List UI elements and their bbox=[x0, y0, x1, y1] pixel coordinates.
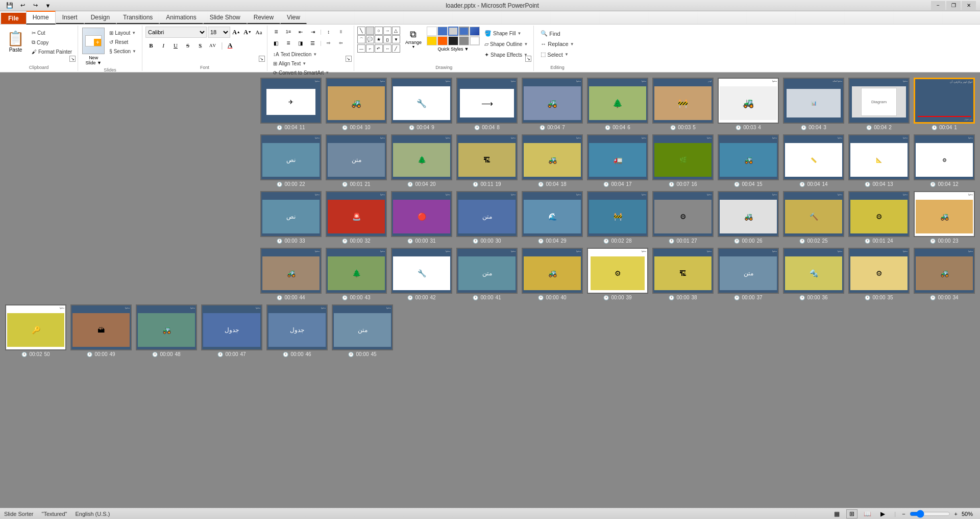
slide-thumb-21[interactable]: محتوا متن 🕐 00:01 21 bbox=[326, 134, 387, 187]
style-item-10[interactable] bbox=[470, 36, 480, 45]
line-spacing-button[interactable]: ↕ bbox=[323, 27, 334, 37]
slide-thumb-36[interactable]: محتوا 🔩 🕐 00:00 36 bbox=[783, 248, 844, 300]
tab-home[interactable]: Home bbox=[26, 11, 56, 25]
shape-callout[interactable]: 💬 bbox=[366, 35, 374, 43]
style-item-9[interactable] bbox=[459, 36, 469, 45]
slide-thumb-39[interactable]: محتوا ⚙ 🕐 00:00 39 bbox=[587, 248, 648, 300]
slide-thumb-43[interactable]: محتوا 🌲 🕐 00:00 43 bbox=[326, 248, 387, 300]
reset-button[interactable]: ↺ Reset bbox=[107, 38, 139, 46]
font-color-button[interactable]: A bbox=[225, 40, 235, 51]
shape-outline-button[interactable]: ▱ Shape Outline ▼ bbox=[482, 39, 530, 49]
shape-line[interactable]: ╲ bbox=[357, 27, 365, 35]
shape-rect[interactable] bbox=[366, 27, 374, 35]
slide-thumb-28[interactable]: محتوا 🚧 🕐 00:02 28 bbox=[587, 191, 648, 244]
slide-thumb-5[interactable]: لودر 🚧 🕐 00:03 5 bbox=[652, 78, 714, 130]
shadow-button[interactable]: S bbox=[194, 40, 206, 51]
format-painter-button[interactable]: 🖌 Format Painter bbox=[29, 48, 75, 56]
slide-thumb-3[interactable]: محتوا اسلاید 📊 🕐 00:04 3 bbox=[783, 78, 844, 130]
style-item-7[interactable] bbox=[437, 36, 448, 45]
convert-smartart-button[interactable]: ⟳ Convert to SmartArt ▼ bbox=[271, 68, 332, 77]
justify-button[interactable]: ☰ bbox=[307, 38, 318, 48]
style-item-5[interactable] bbox=[470, 27, 480, 36]
slide-thumb-8[interactable]: محتوا ⟶ 🕐 00:04 8 bbox=[456, 78, 518, 130]
slide-thumb-23[interactable]: محتوا 🚜 🕐 00:00 23 bbox=[914, 191, 975, 244]
copy-button[interactable]: ⧉ Copy bbox=[29, 38, 75, 47]
slide-thumb-6[interactable]: محتوا 🌲 🕐 00:04 6 bbox=[587, 78, 648, 130]
shape-curve[interactable]: ⌒ bbox=[357, 35, 365, 43]
tab-slideshow[interactable]: Slide Show bbox=[203, 11, 247, 24]
shape-line2[interactable]: ╱ bbox=[392, 44, 400, 53]
zoom-slider[interactable] bbox=[910, 510, 950, 517]
align-right-button[interactable]: ◨ bbox=[295, 38, 306, 48]
slide-thumb-49[interactable]: محتوا 🏔 🕐 00:00 49 bbox=[70, 304, 132, 357]
zoom-minus-button[interactable]: − bbox=[902, 511, 905, 517]
tab-review[interactable]: Review bbox=[247, 11, 280, 24]
columns-button[interactable]: ⫴ bbox=[335, 27, 347, 37]
slide-thumb-17[interactable]: محتوا 🚛 🕐 00:04 17 bbox=[587, 134, 648, 187]
shape-more[interactable]: ▼ bbox=[392, 35, 400, 43]
slide-thumb-46[interactable]: محتوا جدول 🕐 00:00 46 bbox=[266, 304, 328, 357]
slide-thumb-34[interactable]: محتوا 🚜 🕐 00:00 34 bbox=[914, 248, 975, 300]
tab-file[interactable]: File bbox=[1, 13, 26, 24]
slide-thumb-10[interactable]: محتوا 🚜 🕐 00:04 10 bbox=[326, 78, 387, 130]
underline-button[interactable]: U bbox=[170, 40, 181, 51]
slide-thumb-24[interactable]: محتوا ⚙ 🕐 00:01 24 bbox=[848, 191, 910, 244]
slide-thumb-14[interactable]: محتوا 📏 🕐 00:04 14 bbox=[783, 134, 844, 187]
slide-thumb-11[interactable]: محتوا ✈ 🕐 00:04 11 bbox=[260, 78, 322, 130]
strikethrough-button[interactable]: S bbox=[182, 40, 193, 51]
char-spacing-button[interactable]: AV bbox=[207, 40, 219, 51]
font-size-select[interactable]: 18 bbox=[208, 27, 230, 38]
slide-thumb-50[interactable]: محتوا 🔑 🕐 00:02 50 bbox=[5, 304, 66, 357]
rtl-button[interactable]: ⇨ bbox=[323, 38, 334, 48]
slide-thumb-13[interactable]: محتوا 📐 🕐 00:04 13 bbox=[848, 134, 910, 187]
slide-thumb-47[interactable]: محتوا جدول 🕐 00:00 47 bbox=[201, 304, 262, 357]
slide-thumb-16[interactable]: محتوا 🌿 🕐 00:07 16 bbox=[652, 134, 714, 187]
arrange-button[interactable]: ⧉ Arrange ▼ bbox=[402, 27, 425, 51]
slide-thumb-41[interactable]: محتوا متن 🕐 00:00 41 bbox=[456, 248, 518, 300]
slideshow-button[interactable]: ▶ bbox=[877, 509, 888, 518]
style-item-8[interactable] bbox=[448, 36, 458, 45]
slide-thumb-44[interactable]: محتوا 🚜 🕐 00:00 44 bbox=[260, 248, 322, 300]
quick-styles-label[interactable]: Quick Styles ▼ bbox=[437, 46, 470, 52]
text-direction-button[interactable]: ↕A Text Direction ▼ bbox=[271, 50, 332, 59]
slide-thumb-32[interactable]: محتوا 🚨 🕐 00:00 32 bbox=[326, 191, 387, 244]
slide-sorter-button[interactable]: ⊞ bbox=[846, 509, 857, 518]
slide-thumb-2[interactable]: محتوا Diagram 🕐 00:04 2 bbox=[848, 78, 910, 130]
shape-connector[interactable]: — bbox=[357, 44, 365, 53]
close-button[interactable]: ✕ bbox=[962, 1, 976, 10]
layout-button[interactable]: ⊞ Layout ▼ bbox=[107, 29, 139, 37]
slide-thumb-33[interactable]: محتوا نص 🕐 00:00 33 bbox=[260, 191, 322, 244]
style-item-3[interactable] bbox=[448, 27, 458, 36]
shape-fill-button[interactable]: 🪣 Shape Fill ▼ bbox=[482, 29, 530, 38]
increase-indent-button[interactable]: ⇥ bbox=[307, 27, 318, 37]
restore-button[interactable]: ❐ bbox=[946, 1, 961, 10]
bold-button[interactable]: B bbox=[145, 40, 157, 51]
save-button[interactable]: 💾 bbox=[4, 1, 15, 10]
slide-thumb-1[interactable]: انواع لودر و کارفرد آن متن عنوان 🕐 00:04… bbox=[914, 78, 975, 130]
shape-double-arrow[interactable]: ↔ bbox=[383, 44, 391, 53]
slide-thumb-22[interactable]: محتوا نص 🕐 00:00 22 bbox=[260, 134, 322, 187]
slide-thumb-42[interactable]: محتوا 🔧 🕐 00:00 42 bbox=[391, 248, 452, 300]
shape-brace[interactable]: {} bbox=[383, 35, 391, 43]
slide-thumb-7[interactable]: محتوا 🚜 🕐 00:04 7 bbox=[522, 78, 583, 130]
qat-more-button[interactable]: ▼ bbox=[42, 1, 54, 10]
drawing-expand-button[interactable]: ↘ bbox=[525, 56, 531, 62]
slide-thumb-37[interactable]: محتوا متن 🕐 00:00 37 bbox=[718, 248, 779, 300]
redo-button[interactable]: ↪ bbox=[30, 1, 41, 10]
slide-thumb-27[interactable]: محتوا ⚙ 🕐 00:01 27 bbox=[652, 191, 714, 244]
tab-design[interactable]: Design bbox=[84, 11, 116, 24]
slide-thumb-38[interactable]: محتوا 🏗 🕐 00:00 38 bbox=[652, 248, 714, 300]
slide-thumb-30[interactable]: محتوا متن 🕐 00:00 30 bbox=[456, 191, 518, 244]
slide-thumb-15[interactable]: محتوا 🚜 🕐 00:04 15 bbox=[718, 134, 779, 187]
slide-thumb-35[interactable]: محتوا ⚙ 🕐 00:00 35 bbox=[848, 248, 910, 300]
slide-thumb-31[interactable]: محتوا 🔴 🕐 00:00 31 bbox=[391, 191, 452, 244]
bullets-button[interactable]: ≡ bbox=[271, 27, 282, 37]
align-center-button[interactable]: ≡ bbox=[283, 38, 294, 48]
decrease-indent-button[interactable]: ⇤ bbox=[295, 27, 306, 37]
decrease-font-button[interactable]: A▼ bbox=[242, 27, 253, 37]
section-button[interactable]: § Section ▼ bbox=[107, 47, 139, 56]
slide-thumb-19[interactable]: محتوا 🏗 🕐 00:11 19 bbox=[456, 134, 518, 187]
zoom-plus-button[interactable]: + bbox=[954, 511, 958, 517]
paragraph-expand-button[interactable]: ↘ bbox=[346, 56, 352, 62]
align-text-button[interactable]: ⊞ Align Text ▼ bbox=[271, 59, 332, 68]
